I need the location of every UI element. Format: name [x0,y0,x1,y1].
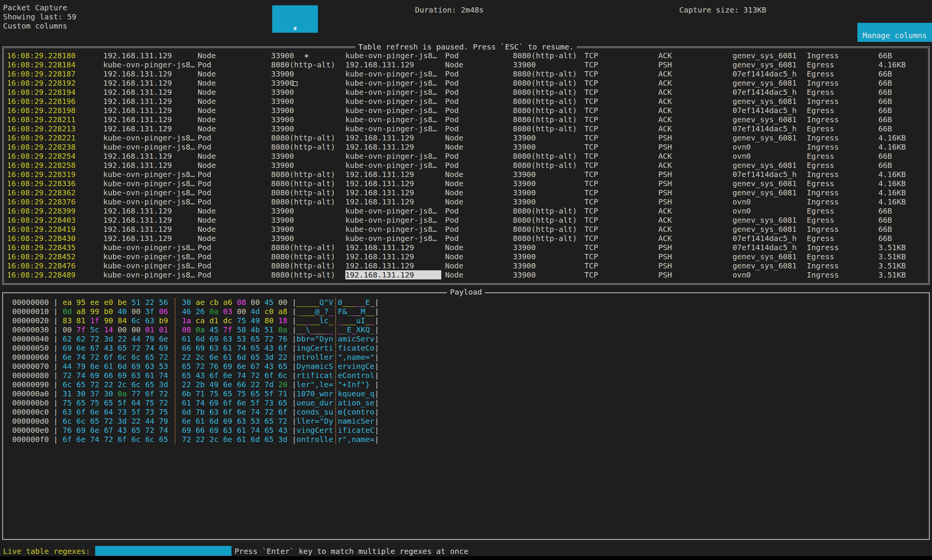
table-cell[interactable]: ACK [658,161,733,170]
table-cell[interactable]: 33900 [271,234,345,243]
table-cell[interactable]: 07ef1414dac5_h [733,234,807,243]
table-cell[interactable]: 8080(http-alt) [513,115,584,124]
cell-timestamp[interactable]: 16:08:29.228403 [7,215,103,225]
table-cell[interactable]: Pod [198,243,271,252]
table-cell[interactable]: genev_sys_6081 [733,215,807,225]
table-cell[interactable]: 66B [878,215,928,225]
table-cell[interactable]: Node [445,270,513,279]
table-cell[interactable]: 33900 [513,142,584,152]
table-cell[interactable]: TCP [584,60,658,69]
table-cell[interactable]: 192.168.131.129 [103,106,198,115]
table-cell[interactable]: kube-ovn-pinger-js8… [103,142,198,152]
table-cell[interactable]: 33900 [513,243,584,252]
table-cell[interactable]: 4.16KB [878,133,928,142]
table-cell[interactable]: Pod [198,170,271,179]
table-cell[interactable]: 192.168.131.129 [345,252,445,261]
table-cell[interactable]: genev_sys_6081 [733,97,807,106]
table-cell[interactable]: 33900 [513,170,584,179]
table-cell[interactable]: 192.168.131.129 [345,133,445,142]
table-cell[interactable]: 192.168.131.129 [103,152,198,161]
table-cell[interactable]: 33900 [513,270,584,279]
table-cell[interactable]: 33900 [271,78,345,88]
table-cell[interactable]: kube-ovn-pinger-js8… [103,261,198,270]
table-cell[interactable]: ACK [658,225,733,234]
table-cell[interactable]: 66B [878,97,928,106]
table-cell[interactable]: Node [198,78,271,88]
table-cell[interactable]: Node [445,179,513,188]
table-cell[interactable]: kube-ovn-pinger-js8… [345,124,445,133]
table-cell[interactable]: Pod [445,152,513,161]
table-cell[interactable]: ovn0 [733,152,807,161]
table-cell[interactable]: Egress [807,124,878,133]
table-cell[interactable]: 192.168.131.129 [345,270,445,279]
table-cell[interactable]: 192.168.131.129 [345,243,445,252]
table-cell[interactable]: kube-ovn-pinger-js8… [103,133,198,142]
table-cell[interactable]: 33900 [513,179,584,188]
table-cell[interactable]: kube-ovn-pinger-js8… [345,51,445,60]
selected-cell[interactable]: 192.168.131.129 [345,270,441,279]
table-cell[interactable]: Egress [807,152,878,161]
cell-timestamp[interactable]: 16:08:29.228258 [7,161,103,170]
cell-timestamp[interactable]: 16:08:29.228180 [7,51,103,60]
table-cell[interactable]: genev_sys_6081 [733,261,807,270]
table-cell[interactable]: Pod [445,124,513,133]
table-cell[interactable]: Ingress [807,51,878,60]
table-cell[interactable]: Node [445,261,513,270]
table-cell[interactable]: 33900 [513,188,584,197]
table-cell[interactable]: 66B [878,51,928,60]
table-cell[interactable]: Node [198,225,271,234]
table-cell[interactable]: 8080(http-alt) [513,234,584,243]
table-cell[interactable]: 33900 [513,197,584,206]
table-cell[interactable]: 66B [878,225,928,234]
table-cell[interactable]: ACK [658,97,733,106]
table-cell[interactable]: kube-ovn-pinger-js8… [103,179,198,188]
table-cell[interactable]: 8080(http-alt) [271,270,345,279]
table-cell[interactable]: genev_sys_6081 [733,188,807,197]
table-cell[interactable]: ACK [658,152,733,161]
table-cell[interactable]: kube-ovn-pinger-js8… [345,234,445,243]
table-cell[interactable]: kube-ovn-pinger-js8… [345,69,445,78]
table-cell[interactable]: 192.168.131.129 [103,97,198,106]
cell-timestamp[interactable]: 16:08:29.228192 [7,78,103,88]
table-cell[interactable]: Pod [445,88,513,97]
table-cell[interactable]: Ingress [807,115,878,124]
cell-timestamp[interactable]: 16:08:29.228213 [7,124,103,133]
table-cell[interactable]: kube-ovn-pinger-js8… [103,270,198,279]
table-cell[interactable]: kube-ovn-pinger-js8… [345,78,445,88]
table-cell[interactable]: TCP [584,206,658,215]
cell-timestamp[interactable]: 16:08:29.228376 [7,197,103,206]
cell-timestamp[interactable]: 16:08:29.228238 [7,142,103,152]
table-cell[interactable]: TCP [584,270,658,279]
table-cell[interactable]: Ingress [807,261,878,270]
table-cell[interactable]: TCP [584,225,658,234]
table-cell[interactable]: Node [198,152,271,161]
table-cell[interactable]: genev_sys_6081 [733,78,807,88]
cell-timestamp[interactable]: 16:08:29.228399 [7,206,103,215]
table-cell[interactable]: 33900 [513,133,584,142]
table-cell[interactable]: ACK [658,69,733,78]
table-cell[interactable]: TCP [584,243,658,252]
table-cell[interactable]: 66B [878,234,928,243]
table-cell[interactable]: kube-ovn-pinger-js8… [103,243,198,252]
cell-timestamp[interactable]: 16:08:29.228194 [7,88,103,97]
table-cell[interactable]: Pod [198,133,271,142]
table-cell[interactable]: 8080(http-alt) [513,215,584,225]
table-cell[interactable]: 8080(http-alt) [513,225,584,234]
table-cell[interactable]: 33900 [271,106,345,115]
table-cell[interactable]: Egress [807,88,878,97]
table-cell[interactable]: kube-ovn-pinger-js8… [345,225,445,234]
table-cell[interactable]: PSH [658,188,733,197]
table-cell[interactable]: 33900 [271,152,345,161]
table-cell[interactable]: 8080(http-alt) [513,206,584,215]
table-cell[interactable]: 192.168.131.129 [103,115,198,124]
table-cell[interactable]: 33900 [513,252,584,261]
table-cell[interactable]: TCP [584,179,658,188]
table-cell[interactable]: TCP [584,88,658,97]
table-cell[interactable]: Pod [445,161,513,170]
table-cell[interactable]: TCP [584,197,658,206]
table-cell[interactable]: Node [445,133,513,142]
table-cell[interactable]: kube-ovn-pinger-js8… [345,106,445,115]
table-cell[interactable]: Egress [807,69,878,78]
table-cell[interactable]: genev_sys_6081 [733,179,807,188]
cell-timestamp[interactable]: 16:08:29.228419 [7,225,103,234]
